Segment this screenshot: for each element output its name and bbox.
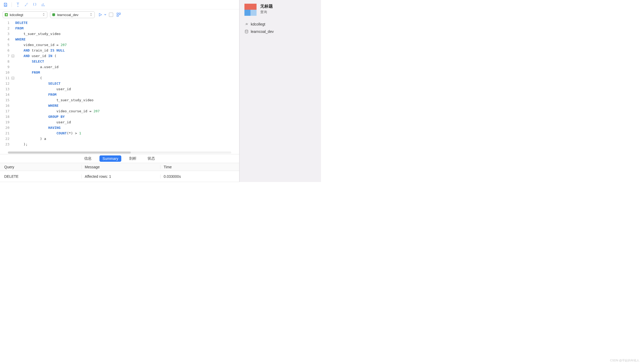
code-content[interactable]: SELECT <box>15 59 44 64</box>
line-number: 4 <box>0 37 11 42</box>
code-content[interactable]: DELETE <box>15 20 28 26</box>
query-logo-icon <box>244 4 257 16</box>
sidebar-database[interactable]: learncoal_dev <box>244 28 316 35</box>
code-line[interactable]: 19 user_id <box>0 119 239 125</box>
cell-query: DELETE <box>0 174 81 179</box>
top-toolbar <box>0 0 239 9</box>
col-header-message[interactable]: Message <box>81 165 160 169</box>
col-header-time[interactable]: Time <box>160 165 239 169</box>
results-row[interactable]: DELETE Affected rows: 1 0.033000s <box>0 171 239 182</box>
code-content[interactable]: ) a <box>15 136 46 141</box>
code-line[interactable]: 7− AND user_id IN ( <box>0 53 239 59</box>
svg-rect-3 <box>117 13 118 14</box>
code-content[interactable]: WHERE <box>15 103 58 108</box>
code-line[interactable]: 21 COUNT(*) > 1 <box>0 130 239 136</box>
code-content[interactable]: user_id <box>15 86 71 92</box>
code-content[interactable]: user_id <box>15 119 71 125</box>
line-number: 17 <box>0 108 11 114</box>
horizontal-scrollbar[interactable] <box>0 151 239 154</box>
code-line[interactable]: 12 SELECT <box>0 81 239 86</box>
code-content[interactable]: SELECT <box>15 81 61 86</box>
fold-gutter <box>11 37 15 42</box>
sidebar: 无标题 查询 kdcollegt learncoal_dev <box>239 0 321 182</box>
code-content[interactable]: video_course_id = 207 <box>15 108 100 114</box>
code-content[interactable]: FROM <box>15 26 23 31</box>
code-line[interactable]: 17 video_course_id = 207 <box>0 108 239 114</box>
code-content[interactable]: video_course_id = 207 <box>15 42 67 48</box>
code-line[interactable]: 14 FROM <box>0 92 239 97</box>
code-content[interactable]: ); <box>15 141 28 147</box>
format-icon[interactable] <box>15 2 21 8</box>
code-line[interactable]: 18 GROUP BY <box>0 114 239 119</box>
database-selector[interactable]: learncoal_dev <box>50 11 95 18</box>
fold-gutter[interactable]: − <box>11 75 15 81</box>
code-line[interactable]: 16 WHERE <box>0 103 239 108</box>
line-number: 2 <box>0 26 11 31</box>
fold-toggle-icon[interactable]: − <box>12 55 14 57</box>
fold-gutter <box>11 108 15 114</box>
code-content[interactable]: a.user_id <box>15 64 58 70</box>
code-line[interactable]: 8 SELECT <box>0 59 239 64</box>
explain-button[interactable] <box>116 12 122 18</box>
run-button[interactable] <box>97 12 103 18</box>
code-line[interactable]: 6 AND train_id IS NULL <box>0 48 239 53</box>
code-line[interactable]: 13 user_id <box>0 86 239 92</box>
stop-button[interactable] <box>109 13 113 17</box>
plug-icon <box>4 13 8 17</box>
code-content[interactable]: t_suer_study_video <box>15 97 93 103</box>
line-number: 11 <box>0 75 11 81</box>
code-line[interactable]: 3 t_suer_study_video <box>0 31 239 37</box>
run-dropdown-icon[interactable] <box>104 14 106 16</box>
code-line[interactable]: 20 HAVING <box>0 125 239 130</box>
svg-rect-0 <box>5 5 6 6</box>
chart-icon[interactable] <box>40 2 46 8</box>
code-content[interactable]: t_suer_study_video <box>15 31 61 37</box>
connection-selector[interactable]: kdcollegt <box>3 11 47 18</box>
chevron-updown-icon <box>90 13 93 17</box>
code-content[interactable]: FROM <box>15 70 40 75</box>
tab-status[interactable]: 状态 <box>144 155 158 162</box>
code-line[interactable]: 9 a.user_id <box>0 64 239 70</box>
code-line[interactable]: 5 video_course_id = 207 <box>0 42 239 48</box>
line-number: 20 <box>0 125 11 130</box>
line-number: 21 <box>0 130 11 136</box>
fold-gutter <box>11 31 15 37</box>
results-tabs: 信息 Summary 剖析 状态 <box>0 154 239 163</box>
fold-gutter <box>11 42 15 48</box>
code-content[interactable]: COUNT(*) > 1 <box>15 130 81 136</box>
code-line[interactable]: 11− ( <box>0 75 239 81</box>
beautify-icon[interactable] <box>23 2 29 8</box>
code-line[interactable]: 4WHERE <box>0 37 239 42</box>
code-line[interactable]: 2FROM <box>0 26 239 31</box>
connection-label: kdcollegt <box>10 13 41 17</box>
code-line[interactable]: 15 t_suer_study_video <box>0 97 239 103</box>
sql-editor[interactable]: 1DELETE2FROM3 t_suer_study_video4WHERE5 … <box>0 20 239 151</box>
database-label: learncoal_dev <box>57 13 88 17</box>
code-line[interactable]: 10 FROM <box>0 70 239 75</box>
brackets-icon[interactable] <box>32 2 38 8</box>
tab-summary[interactable]: Summary <box>99 155 122 162</box>
code-content[interactable]: WHERE <box>15 37 26 42</box>
code-content[interactable]: AND user_id IN ( <box>15 53 57 59</box>
code-content[interactable]: HAVING <box>15 125 61 130</box>
database-icon <box>52 13 56 17</box>
sidebar-connection[interactable]: kdcollegt <box>244 21 316 28</box>
code-content[interactable]: ( <box>15 75 42 81</box>
line-number: 3 <box>0 31 11 37</box>
code-line[interactable]: 22 ) a <box>0 136 239 141</box>
tab-info[interactable]: 信息 <box>81 155 95 162</box>
fold-gutter[interactable]: − <box>11 53 15 59</box>
cell-time: 0.033000s <box>160 174 239 179</box>
code-line[interactable]: 23 ); <box>0 141 239 147</box>
results-table: Query Message Time DELETE Affected rows:… <box>0 163 239 182</box>
tab-profile[interactable]: 剖析 <box>126 155 140 162</box>
col-header-query[interactable]: Query <box>0 165 81 169</box>
save-icon[interactable] <box>3 2 8 8</box>
code-line[interactable]: 1DELETE <box>0 20 239 26</box>
code-content[interactable]: FROM <box>15 92 57 97</box>
code-content[interactable]: GROUP BY <box>15 114 65 119</box>
code-content[interactable]: AND train_id IS NULL <box>15 48 65 53</box>
fold-toggle-icon[interactable]: − <box>12 77 14 79</box>
sidebar-connection-label: kdcollegt <box>251 22 265 26</box>
svg-rect-5 <box>117 15 118 17</box>
